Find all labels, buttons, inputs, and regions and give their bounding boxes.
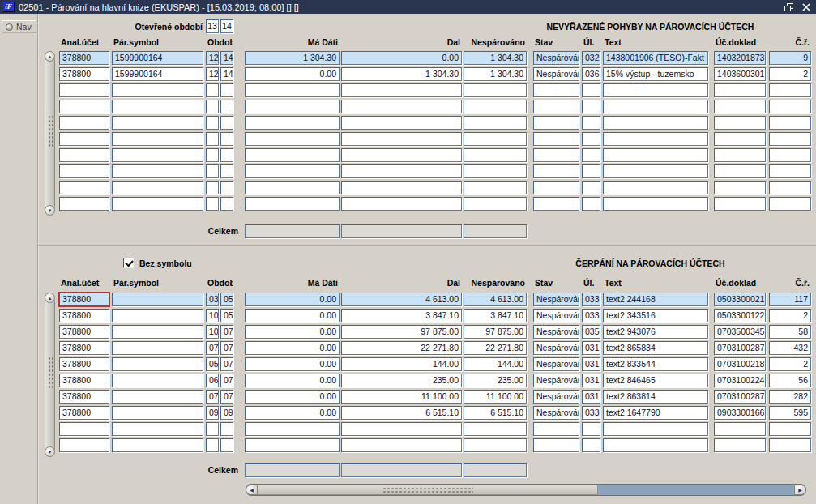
cell-nesp[interactable]	[464, 148, 527, 162]
cell-nesp[interactable]	[464, 197, 527, 211]
cell-stav[interactable]	[533, 164, 579, 178]
cell-par[interactable]	[112, 390, 203, 404]
cell-ul[interactable]: 033	[582, 309, 600, 322]
table1-scrollbar[interactable]: ▲ ▼	[45, 51, 55, 216]
cell-obd2[interactable]	[220, 181, 233, 194]
cell-anal[interactable]: 378800	[59, 341, 109, 355]
cell-stav[interactable]: Nespárován	[533, 293, 579, 306]
cell-ul[interactable]: 033	[582, 406, 600, 420]
cell-md[interactable]: 0.00	[245, 293, 340, 306]
cell-stav[interactable]: Nespárován	[533, 67, 579, 81]
cell-text[interactable]: text2 846465	[603, 374, 708, 387]
cell-obd2[interactable]	[220, 116, 233, 130]
cell-dal[interactable]: -1 304.30	[341, 67, 462, 81]
cell-ul[interactable]: 036	[582, 67, 600, 81]
cell-text[interactable]	[603, 100, 708, 113]
cell-doklad[interactable]: 0703100287	[714, 390, 766, 404]
cell-dal[interactable]	[341, 181, 462, 194]
cell-dal[interactable]	[341, 422, 462, 436]
cell-md[interactable]: 0.00	[245, 390, 340, 404]
cell-ul[interactable]	[582, 100, 600, 113]
cell-text[interactable]: text2 1647790	[603, 406, 708, 420]
cell-doklad[interactable]: 0703500345	[714, 325, 766, 339]
cell-stav[interactable]	[533, 422, 579, 436]
cell-doklad[interactable]	[714, 116, 766, 130]
cell-stav[interactable]: Nespárován	[533, 51, 579, 65]
cell-nesp[interactable]	[464, 116, 527, 130]
cell-obd1[interactable]: 12	[206, 67, 219, 81]
cell-text[interactable]: 15% výstup - tuzemsko	[603, 67, 708, 81]
cell-text[interactable]	[603, 422, 708, 436]
cell-obd2[interactable]: 14	[220, 67, 233, 81]
h-scroll-left-button[interactable]: ◀	[246, 485, 258, 495]
cell-anal[interactable]	[59, 197, 109, 211]
cell-dal[interactable]: 97 875.00	[341, 325, 462, 339]
cell-ul[interactable]	[582, 83, 600, 97]
cell-dal[interactable]: 0.00	[341, 51, 462, 65]
cell-ul[interactable]	[582, 116, 600, 130]
cell-anal[interactable]	[59, 422, 109, 436]
cell-doklad[interactable]	[714, 148, 766, 162]
cell-obd2[interactable]	[220, 83, 233, 97]
cell-nesp[interactable]	[464, 438, 527, 452]
cell-ul[interactable]: 031	[582, 357, 600, 371]
table2-scrollbar-track[interactable]	[45, 297, 55, 453]
cell-md[interactable]	[245, 181, 340, 194]
cell-ul[interactable]	[582, 132, 600, 146]
cell-nesp[interactable]: 1 304.30	[464, 51, 527, 65]
cell-obd2[interactable]	[220, 132, 233, 146]
cell-dal[interactable]: 11 100.00	[341, 390, 462, 404]
cell-md[interactable]	[245, 148, 340, 162]
cell-doklad[interactable]	[714, 438, 766, 452]
cell-doklad[interactable]: 0703100224	[714, 374, 766, 387]
cell-doklad[interactable]: 0703100218	[714, 357, 766, 371]
cell-anal[interactable]	[59, 148, 109, 162]
cell-nesp[interactable]	[464, 83, 527, 97]
cell-par[interactable]	[112, 197, 203, 211]
cell-text[interactable]: 1438001906 (TESO)-Fakt	[603, 51, 708, 65]
cell-obd2[interactable]	[220, 438, 233, 452]
cell-anal[interactable]: 378800	[59, 67, 109, 81]
cell-cr[interactable]: 58	[769, 325, 811, 339]
cell-md[interactable]	[245, 132, 340, 146]
cell-anal[interactable]	[59, 132, 109, 146]
cell-obd2[interactable]	[220, 148, 233, 162]
cell-obd1[interactable]: 07	[206, 341, 219, 355]
cell-dal[interactable]	[341, 132, 462, 146]
cell-text[interactable]: text2 863814	[603, 390, 708, 404]
cell-text[interactable]: text2 343516	[603, 309, 708, 322]
cell-dal[interactable]: 3 847.10	[341, 309, 462, 322]
cell-stav[interactable]: Nespárován	[533, 374, 579, 387]
cell-ul[interactable]: 035	[582, 325, 600, 339]
table1-scroll-up-button[interactable]: ▲	[45, 51, 55, 62]
cell-par[interactable]	[112, 309, 203, 322]
cell-obd2[interactable]: 09	[220, 406, 233, 420]
cell-nesp[interactable]	[464, 422, 527, 436]
cell-text[interactable]	[603, 197, 708, 211]
cell-cr[interactable]: 56	[769, 374, 811, 387]
cell-doklad[interactable]: 0503300122	[714, 309, 766, 322]
cell-cr[interactable]: 9	[769, 51, 811, 65]
cell-nesp[interactable]: 11 100.00	[464, 390, 527, 404]
cell-dal[interactable]: 144.00	[341, 357, 462, 371]
cell-anal[interactable]: 378800	[59, 51, 109, 65]
cell-dal[interactable]: 6 515.10	[341, 406, 462, 420]
cell-md[interactable]: 0.00	[245, 325, 340, 339]
cell-par[interactable]	[112, 164, 203, 178]
cell-cr[interactable]	[769, 83, 811, 97]
cell-anal[interactable]	[59, 83, 109, 97]
cell-obd1[interactable]	[206, 148, 219, 162]
cell-doklad[interactable]: 0903300166	[714, 406, 766, 420]
cell-md[interactable]	[245, 83, 340, 97]
nav-tab[interactable]: Nav	[2, 20, 36, 33]
cell-obd2[interactable]	[220, 422, 233, 436]
cell-par[interactable]: 1599900164	[112, 51, 203, 65]
cell-doklad[interactable]	[714, 100, 766, 113]
cell-text[interactable]: text2 833544	[603, 357, 708, 371]
cell-obd1[interactable]	[206, 438, 219, 452]
cell-cr[interactable]	[769, 100, 811, 113]
cell-doklad[interactable]: 0703100287	[714, 341, 766, 355]
cell-par[interactable]	[112, 406, 203, 420]
cell-dal[interactable]	[341, 164, 462, 178]
cell-cr[interactable]: 595	[769, 406, 811, 420]
